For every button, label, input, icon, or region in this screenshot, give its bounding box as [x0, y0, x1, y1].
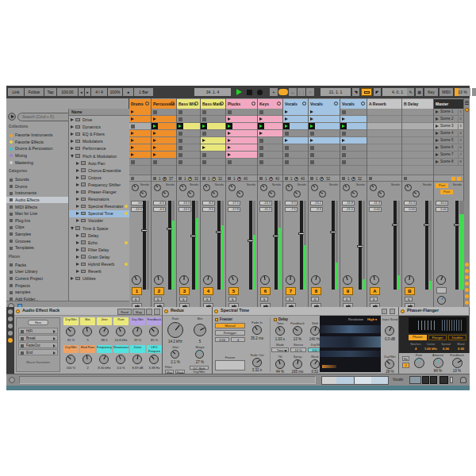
quantization-menu[interactable]: 1 Bar — [134, 88, 153, 96]
send-post-a[interactable]: Post — [436, 183, 448, 188]
macro-knob[interactable] — [66, 327, 75, 336]
time-signature-field[interactable]: 4 / 4 — [91, 88, 107, 96]
clip-slot[interactable] — [258, 152, 282, 159]
sync-button[interactable]: 2 — [402, 363, 409, 368]
solo-button[interactable]: S — [203, 297, 211, 301]
cue-volume-knob[interactable] — [437, 296, 446, 305]
category-item-10[interactable]: Templates — [6, 244, 68, 251]
amount-knob[interactable] — [433, 358, 443, 368]
rate-knob[interactable] — [167, 322, 183, 338]
track-activator-button[interactable]: 5 — [228, 287, 239, 295]
stereo-value[interactable]: 13 % — [290, 347, 306, 352]
fade-out-knob[interactable] — [252, 358, 262, 367]
send-b-knob[interactable] — [351, 190, 358, 198]
session-record-button[interactable] — [278, 89, 288, 95]
solo-button[interactable]: S — [260, 297, 268, 301]
fade-in-knob[interactable] — [252, 325, 262, 335]
clip-slot[interactable] — [340, 137, 367, 144]
param-value-center[interactable]: 1.00 kHz — [424, 347, 438, 351]
st-drywet-knob[interactable] — [385, 359, 394, 369]
pan-knob[interactable] — [179, 275, 189, 285]
clip-slot[interactable] — [129, 130, 151, 137]
volume-fader-track[interactable] — [217, 201, 221, 290]
track-activator-button[interactable]: A — [370, 287, 380, 295]
macro-knob[interactable] — [83, 355, 92, 364]
track-header[interactable]: Keys — [258, 99, 282, 109]
solo-button[interactable]: S — [132, 297, 140, 301]
pan-knob[interactable] — [343, 275, 352, 285]
tempo-field[interactable]: 100.00 — [57, 88, 78, 96]
rack-toggle-dot[interactable] — [8, 324, 13, 328]
scene-row[interactable]: Scene 22 — [434, 116, 463, 123]
track-activator-button[interactable]: 4 — [203, 287, 213, 295]
link-button[interactable]: Link — [8, 88, 24, 96]
clip-slot[interactable] — [152, 109, 176, 116]
track-header[interactable]: A Reverb — [367, 99, 401, 109]
clip-slot[interactable] — [309, 159, 340, 166]
back-to-arrangement-button[interactable]: ← — [289, 88, 297, 96]
clip-slot[interactable] — [340, 159, 367, 166]
browser-item-drive[interactable]: Drive — [69, 117, 129, 124]
scene-row[interactable]: Scene 33 — [434, 123, 463, 130]
volume-fader-track[interactable] — [192, 201, 195, 290]
param-value-spread[interactable]: 6.06 — [439, 347, 453, 351]
browser-item-corpus[interactable]: Corpus — [69, 174, 129, 181]
volume-fader-track[interactable] — [168, 201, 171, 290]
rack-toggle-dot[interactable] — [8, 309, 13, 314]
browser-item-chorus-ensemble[interactable]: Chorus-Ensemble — [69, 167, 129, 174]
clip-slot[interactable] — [309, 152, 340, 159]
clip-slot[interactable] — [283, 152, 308, 159]
clip-slot[interactable] — [309, 144, 340, 152]
volume-fader-track[interactable] — [300, 201, 303, 290]
clip-slot[interactable] — [309, 123, 340, 130]
clip-slot[interactable] — [226, 144, 257, 152]
pan-knob[interactable] — [132, 275, 141, 285]
tab-doubler[interactable]: Doubler — [448, 335, 466, 340]
volume-fader-track[interactable] — [425, 201, 428, 290]
solo-button[interactable]: S — [343, 297, 351, 301]
browser-item-spectral-time[interactable]: Spectral Time — [69, 210, 129, 217]
rand-button[interactable]: Rand — [117, 309, 132, 315]
clip-slot[interactable] — [226, 123, 257, 130]
send-a-knob[interactable] — [311, 184, 318, 191]
browser-item-filter-delay[interactable]: Filter Delay — [69, 246, 129, 253]
scene-stop-dot[interactable] — [465, 288, 469, 292]
volume-fader-track[interactable] — [249, 201, 252, 290]
clip-slot[interactable] — [177, 137, 200, 144]
retrigger-button[interactable]: Retrigger — [215, 330, 245, 336]
clip-slot[interactable] — [283, 137, 308, 144]
track-header[interactable]: Percussion — [152, 99, 176, 109]
variation-break[interactable]: Break — [18, 335, 58, 341]
nudge-up-button[interactable]: ▸ — [85, 88, 90, 96]
pan-knob[interactable] — [370, 275, 379, 285]
track-header[interactable]: Plucks — [226, 99, 257, 109]
browser-item-frequency-shifter[interactable]: Frequency Shifter — [69, 181, 129, 188]
pan-knob[interactable] — [436, 275, 446, 285]
clip-slot[interactable] — [340, 130, 367, 137]
send-b-knob[interactable] — [162, 190, 169, 198]
hotswap-icon[interactable] — [382, 309, 387, 314]
send-a-knob[interactable] — [228, 184, 236, 191]
clip-slot[interactable] — [283, 159, 308, 166]
clip-slot[interactable] — [177, 116, 200, 123]
follow-actions-button[interactable]: ▦ — [416, 88, 423, 96]
macro-knob[interactable] — [132, 355, 142, 364]
mini-device-3[interactable] — [430, 376, 437, 384]
rate-knob[interactable] — [414, 358, 424, 368]
send-b-knob[interactable] — [268, 190, 275, 198]
collection-item-2[interactable]: Drums & Percussion — [6, 145, 68, 152]
param-value-notches[interactable]: 4 — [409, 347, 423, 351]
clip-slot[interactable] — [309, 109, 340, 116]
hz-button[interactable]: Hz — [402, 356, 409, 361]
manual-button[interactable]: Manual — [215, 323, 245, 328]
scene-row[interactable]: Scene 77 — [434, 152, 463, 159]
browser-item-resonators[interactable]: Resonators — [69, 196, 129, 203]
browser-item-eq-filters[interactable]: EQ & Filters — [69, 131, 129, 138]
place-item-0[interactable]: Packs — [6, 262, 68, 269]
clip-slot[interactable] — [226, 159, 257, 166]
scene-stop-dot[interactable] — [465, 301, 469, 305]
macro-toggle-icon[interactable] — [146, 309, 152, 315]
track-activator-button[interactable]: 8 — [311, 287, 321, 295]
macro-knob[interactable] — [149, 327, 159, 336]
follow-button[interactable]: Follow — [25, 88, 44, 96]
